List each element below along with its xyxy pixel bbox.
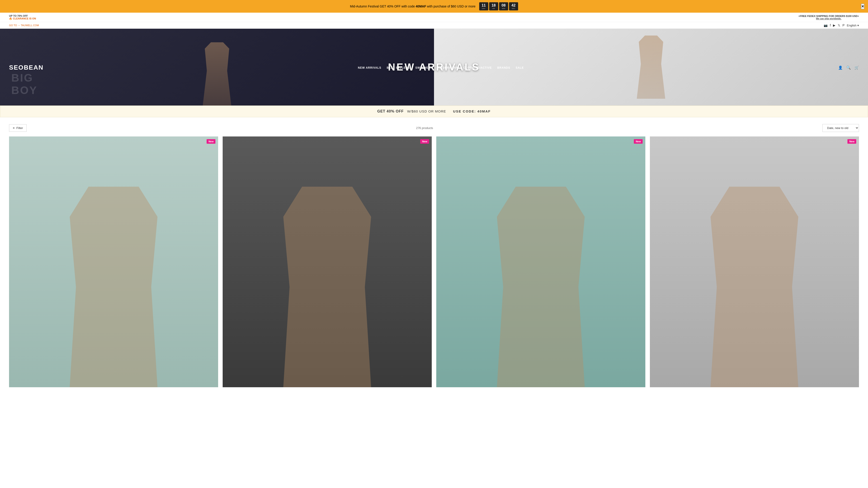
nav-link-brands[interactable]: BRANDS (497, 66, 510, 69)
pinterest-icon[interactable]: P (842, 24, 844, 27)
twitter-icon[interactable]: 𝕏 (838, 24, 840, 27)
goto-text: GO TO → TAUWELL.COM (9, 24, 39, 27)
countdown-minutes-value: 08 (502, 3, 506, 7)
secondary-bar-left: UP TO 70% OFF 🔥 CLEARANCE IS ON (9, 14, 36, 20)
nav-action-icons: 👤 🔍 🛒 (838, 66, 859, 70)
product-card[interactable]: New (223, 136, 432, 387)
product-count: 276 products (416, 126, 433, 130)
nav-item-best-sellers[interactable]: BEST SELLERS (387, 66, 410, 70)
product-image (436, 136, 645, 387)
product-card[interactable]: New (9, 136, 218, 387)
account-icon[interactable]: 👤 (838, 66, 843, 70)
countdown-hours: 18 HR (489, 2, 498, 10)
filter-label: Filter (17, 126, 23, 130)
product-image (650, 136, 859, 387)
countdown-seconds: 42 SEC (509, 2, 518, 10)
countdown-days: 11 DAY (479, 2, 488, 10)
facebook-icon[interactable]: f (830, 24, 831, 27)
countdown-timer: 11 DAY 18 HR 08 MIN 42 SEC (479, 2, 518, 10)
promo-minimum-label: W/$60 USD OR MORE (407, 109, 446, 113)
nav-link-sale[interactable]: SALE (516, 66, 524, 69)
language-label: English (847, 24, 857, 27)
filter-icon: ≡ (13, 126, 15, 130)
top-bars: UP TO 70% OFF 🔥 CLEARANCE IS ON +FREE FE… (0, 13, 868, 29)
clearance-label: 🔥 CLEARANCE IS ON (9, 17, 36, 20)
hero-sock-text: BIGBOY (11, 72, 37, 96)
countdown-minutes-label: MIN (502, 7, 505, 9)
nav-link-new-arrivals[interactable]: NEW ARRIVALS (358, 66, 381, 69)
chevron-down-icon: ▾ (857, 24, 859, 27)
cart-icon[interactable]: 🛒 (855, 66, 859, 70)
announcement-text-before: Mid-Autumn Festival GET 40% OFF with cod… (350, 4, 416, 8)
nav-links: NEW ARRIVALS BEST SELLERS SWIMWEAR UNDER… (358, 66, 524, 70)
nav-link-underwear[interactable]: UNDERWEAR (438, 66, 458, 69)
product-image (9, 136, 218, 387)
nav-item-brands[interactable]: BRANDS (497, 66, 510, 70)
product-badge: New (634, 139, 643, 144)
countdown-minutes: 08 MIN (499, 2, 508, 10)
secondary-bar: UP TO 70% OFF 🔥 CLEARANCE IS ON +FREE FE… (0, 13, 868, 22)
announcement-text-after: with purchase of $60 USD or more (426, 4, 475, 8)
main-navigation: SEOBEAN NEW ARRIVALS BEST SELLERS SWIMWE… (0, 60, 868, 75)
youtube-icon[interactable]: ▶ (833, 24, 835, 27)
countdown-hours-value: 18 (492, 3, 496, 7)
product-badge: New (207, 139, 215, 144)
nav-link-clothing-active[interactable]: CLOTHING/ACTIVE (464, 66, 492, 69)
promo-code-label: USE CODE: 40MAF (453, 109, 491, 113)
countdown-days-label: DAY (482, 7, 486, 9)
countdown-days-value: 11 (482, 3, 486, 7)
social-lang-group: 📷 f ▶ 𝕏 P English ▾ (824, 24, 859, 27)
product-grid: New New New New (9, 136, 859, 387)
product-image (223, 136, 432, 387)
nav-link-best-sellers[interactable]: BEST SELLERS (387, 66, 410, 69)
shipping-label: +FREE FEDEX SHIPPING FOR ORDERS $100 USD… (798, 15, 859, 18)
nav-item-underwear[interactable]: UNDERWEAR (438, 66, 458, 70)
product-card[interactable]: New (650, 136, 859, 387)
utility-bar: GO TO → TAUWELL.COM 📷 f ▶ 𝕏 P English ▾ (0, 22, 868, 29)
language-selector[interactable]: English ▾ (847, 24, 859, 27)
announcement-code: 40MAF (416, 4, 426, 8)
countdown-hours-label: HR (492, 7, 495, 9)
announcement-bar: Mid-Autumn Festival GET 40% OFF with cod… (0, 0, 868, 13)
product-card[interactable]: New (436, 136, 645, 387)
nav-link-swimwear[interactable]: SWIMWEAR (415, 66, 433, 69)
nav-item-new-arrivals[interactable]: NEW ARRIVALS (358, 66, 381, 70)
countdown-seconds-label: SEC (512, 7, 515, 9)
nav-item-clothing-active[interactable]: CLOTHING/ACTIVE (464, 66, 492, 70)
search-icon[interactable]: 🔍 (846, 66, 851, 70)
product-badge: New (847, 139, 856, 144)
close-announcement-button[interactable]: × (861, 4, 864, 9)
filter-button[interactable]: ≡ Filter (9, 124, 27, 132)
hero-nav-wrapper: SEOBEAN NEW ARRIVALS BEST SELLERS SWIMWE… (0, 29, 868, 105)
discount-label: UP TO 70% OFF (9, 14, 36, 17)
secondary-bar-right: +FREE FEDEX SHIPPING FOR ORDERS $100 USD… (798, 15, 859, 20)
shipping-link[interactable]: We can ship worldwide. (816, 18, 842, 20)
announcement-text: Mid-Autumn Festival GET 40% OFF with cod… (350, 4, 475, 8)
promo-banner: GET 40% OFF W/$60 USD OR MORE USE CODE: … (0, 105, 868, 117)
promo-discount-label: GET 40% OFF (377, 109, 404, 113)
instagram-icon[interactable]: 📷 (824, 24, 828, 27)
product-badge: New (420, 139, 429, 144)
site-logo[interactable]: SEOBEAN (9, 64, 43, 71)
nav-item-swimwear[interactable]: SWIMWEAR (415, 66, 433, 70)
product-listing-section: ≡ Filter 276 products Date, new to old D… (0, 117, 868, 394)
nav-item-sale[interactable]: SALE (516, 66, 524, 70)
goto-tauwell[interactable]: GO TO → TAUWELL.COM (9, 24, 39, 27)
listing-controls: ≡ Filter 276 products Date, new to old D… (9, 124, 859, 132)
sort-select[interactable]: Date, new to old Date, old to new Price,… (822, 124, 859, 132)
countdown-seconds-value: 42 (512, 3, 516, 7)
